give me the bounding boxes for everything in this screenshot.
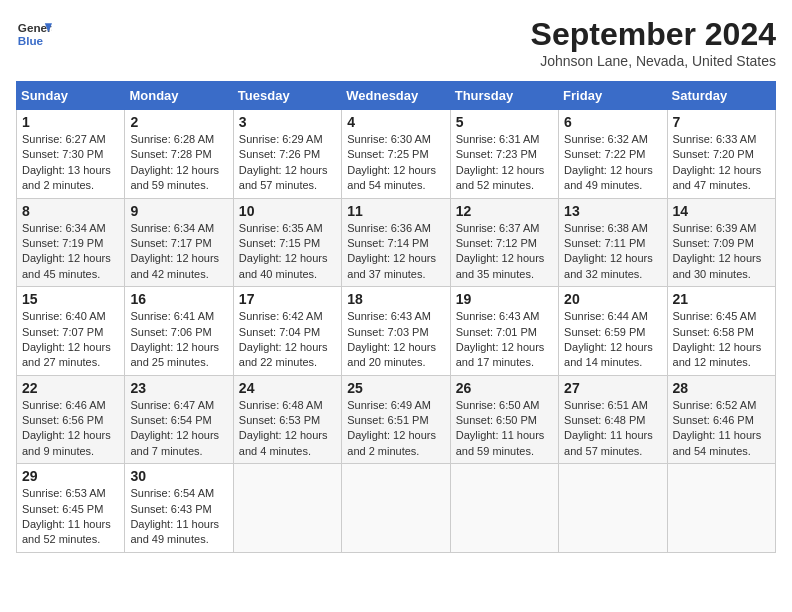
day-number: 15 bbox=[22, 291, 119, 307]
calendar-cell: 6Sunrise: 6:32 AM Sunset: 7:22 PM Daylig… bbox=[559, 110, 667, 199]
day-info: Sunrise: 6:48 AM Sunset: 6:53 PM Dayligh… bbox=[239, 398, 336, 460]
title-block: September 2024 Johnson Lane, Nevada, Uni… bbox=[531, 16, 776, 69]
weekday-friday: Friday bbox=[559, 82, 667, 110]
weekday-tuesday: Tuesday bbox=[233, 82, 341, 110]
day-number: 12 bbox=[456, 203, 553, 219]
weekday-monday: Monday bbox=[125, 82, 233, 110]
day-number: 21 bbox=[673, 291, 770, 307]
day-number: 11 bbox=[347, 203, 444, 219]
day-number: 20 bbox=[564, 291, 661, 307]
day-info: Sunrise: 6:45 AM Sunset: 6:58 PM Dayligh… bbox=[673, 309, 770, 371]
day-number: 7 bbox=[673, 114, 770, 130]
calendar-cell: 2Sunrise: 6:28 AM Sunset: 7:28 PM Daylig… bbox=[125, 110, 233, 199]
day-info: Sunrise: 6:42 AM Sunset: 7:04 PM Dayligh… bbox=[239, 309, 336, 371]
day-number: 2 bbox=[130, 114, 227, 130]
day-info: Sunrise: 6:36 AM Sunset: 7:14 PM Dayligh… bbox=[347, 221, 444, 283]
day-number: 26 bbox=[456, 380, 553, 396]
day-number: 6 bbox=[564, 114, 661, 130]
calendar-week-1: 1Sunrise: 6:27 AM Sunset: 7:30 PM Daylig… bbox=[17, 110, 776, 199]
day-info: Sunrise: 6:40 AM Sunset: 7:07 PM Dayligh… bbox=[22, 309, 119, 371]
calendar-cell: 7Sunrise: 6:33 AM Sunset: 7:20 PM Daylig… bbox=[667, 110, 775, 199]
day-number: 23 bbox=[130, 380, 227, 396]
day-info: Sunrise: 6:47 AM Sunset: 6:54 PM Dayligh… bbox=[130, 398, 227, 460]
day-number: 3 bbox=[239, 114, 336, 130]
day-info: Sunrise: 6:44 AM Sunset: 6:59 PM Dayligh… bbox=[564, 309, 661, 371]
calendar-cell: 20Sunrise: 6:44 AM Sunset: 6:59 PM Dayli… bbox=[559, 287, 667, 376]
calendar-cell: 8Sunrise: 6:34 AM Sunset: 7:19 PM Daylig… bbox=[17, 198, 125, 287]
day-info: Sunrise: 6:33 AM Sunset: 7:20 PM Dayligh… bbox=[673, 132, 770, 194]
day-info: Sunrise: 6:43 AM Sunset: 7:03 PM Dayligh… bbox=[347, 309, 444, 371]
day-number: 13 bbox=[564, 203, 661, 219]
calendar-cell: 21Sunrise: 6:45 AM Sunset: 6:58 PM Dayli… bbox=[667, 287, 775, 376]
logo-icon: General Blue bbox=[16, 16, 52, 52]
calendar-table: SundayMondayTuesdayWednesdayThursdayFrid… bbox=[16, 81, 776, 553]
day-info: Sunrise: 6:31 AM Sunset: 7:23 PM Dayligh… bbox=[456, 132, 553, 194]
day-number: 22 bbox=[22, 380, 119, 396]
calendar-cell bbox=[667, 464, 775, 553]
calendar-cell: 28Sunrise: 6:52 AM Sunset: 6:46 PM Dayli… bbox=[667, 375, 775, 464]
calendar-week-2: 8Sunrise: 6:34 AM Sunset: 7:19 PM Daylig… bbox=[17, 198, 776, 287]
day-number: 14 bbox=[673, 203, 770, 219]
calendar-cell: 9Sunrise: 6:34 AM Sunset: 7:17 PM Daylig… bbox=[125, 198, 233, 287]
calendar-cell: 12Sunrise: 6:37 AM Sunset: 7:12 PM Dayli… bbox=[450, 198, 558, 287]
day-info: Sunrise: 6:28 AM Sunset: 7:28 PM Dayligh… bbox=[130, 132, 227, 194]
calendar-cell: 17Sunrise: 6:42 AM Sunset: 7:04 PM Dayli… bbox=[233, 287, 341, 376]
calendar-cell: 11Sunrise: 6:36 AM Sunset: 7:14 PM Dayli… bbox=[342, 198, 450, 287]
day-info: Sunrise: 6:43 AM Sunset: 7:01 PM Dayligh… bbox=[456, 309, 553, 371]
calendar-week-3: 15Sunrise: 6:40 AM Sunset: 7:07 PM Dayli… bbox=[17, 287, 776, 376]
weekday-saturday: Saturday bbox=[667, 82, 775, 110]
page-header: General Blue September 2024 Johnson Lane… bbox=[16, 16, 776, 69]
day-number: 10 bbox=[239, 203, 336, 219]
day-info: Sunrise: 6:37 AM Sunset: 7:12 PM Dayligh… bbox=[456, 221, 553, 283]
location: Johnson Lane, Nevada, United States bbox=[531, 53, 776, 69]
calendar-cell: 4Sunrise: 6:30 AM Sunset: 7:25 PM Daylig… bbox=[342, 110, 450, 199]
day-info: Sunrise: 6:34 AM Sunset: 7:17 PM Dayligh… bbox=[130, 221, 227, 283]
calendar-cell: 29Sunrise: 6:53 AM Sunset: 6:45 PM Dayli… bbox=[17, 464, 125, 553]
calendar-cell: 22Sunrise: 6:46 AM Sunset: 6:56 PM Dayli… bbox=[17, 375, 125, 464]
calendar-cell: 25Sunrise: 6:49 AM Sunset: 6:51 PM Dayli… bbox=[342, 375, 450, 464]
calendar-cell: 5Sunrise: 6:31 AM Sunset: 7:23 PM Daylig… bbox=[450, 110, 558, 199]
day-info: Sunrise: 6:27 AM Sunset: 7:30 PM Dayligh… bbox=[22, 132, 119, 194]
calendar-week-4: 22Sunrise: 6:46 AM Sunset: 6:56 PM Dayli… bbox=[17, 375, 776, 464]
day-number: 5 bbox=[456, 114, 553, 130]
calendar-cell: 24Sunrise: 6:48 AM Sunset: 6:53 PM Dayli… bbox=[233, 375, 341, 464]
day-info: Sunrise: 6:29 AM Sunset: 7:26 PM Dayligh… bbox=[239, 132, 336, 194]
month-title: September 2024 bbox=[531, 16, 776, 53]
calendar-cell: 3Sunrise: 6:29 AM Sunset: 7:26 PM Daylig… bbox=[233, 110, 341, 199]
logo: General Blue bbox=[16, 16, 52, 52]
day-info: Sunrise: 6:49 AM Sunset: 6:51 PM Dayligh… bbox=[347, 398, 444, 460]
day-info: Sunrise: 6:35 AM Sunset: 7:15 PM Dayligh… bbox=[239, 221, 336, 283]
calendar-cell: 18Sunrise: 6:43 AM Sunset: 7:03 PM Dayli… bbox=[342, 287, 450, 376]
day-number: 29 bbox=[22, 468, 119, 484]
day-number: 16 bbox=[130, 291, 227, 307]
day-info: Sunrise: 6:30 AM Sunset: 7:25 PM Dayligh… bbox=[347, 132, 444, 194]
day-info: Sunrise: 6:38 AM Sunset: 7:11 PM Dayligh… bbox=[564, 221, 661, 283]
day-number: 18 bbox=[347, 291, 444, 307]
day-number: 8 bbox=[22, 203, 119, 219]
day-number: 9 bbox=[130, 203, 227, 219]
day-number: 28 bbox=[673, 380, 770, 396]
day-info: Sunrise: 6:54 AM Sunset: 6:43 PM Dayligh… bbox=[130, 486, 227, 548]
day-info: Sunrise: 6:53 AM Sunset: 6:45 PM Dayligh… bbox=[22, 486, 119, 548]
calendar-cell bbox=[559, 464, 667, 553]
weekday-sunday: Sunday bbox=[17, 82, 125, 110]
calendar-cell: 19Sunrise: 6:43 AM Sunset: 7:01 PM Dayli… bbox=[450, 287, 558, 376]
weekday-wednesday: Wednesday bbox=[342, 82, 450, 110]
weekday-header-row: SundayMondayTuesdayWednesdayThursdayFrid… bbox=[17, 82, 776, 110]
day-number: 1 bbox=[22, 114, 119, 130]
calendar-cell: 23Sunrise: 6:47 AM Sunset: 6:54 PM Dayli… bbox=[125, 375, 233, 464]
calendar-week-5: 29Sunrise: 6:53 AM Sunset: 6:45 PM Dayli… bbox=[17, 464, 776, 553]
day-info: Sunrise: 6:51 AM Sunset: 6:48 PM Dayligh… bbox=[564, 398, 661, 460]
day-number: 27 bbox=[564, 380, 661, 396]
calendar-body: 1Sunrise: 6:27 AM Sunset: 7:30 PM Daylig… bbox=[17, 110, 776, 553]
day-info: Sunrise: 6:52 AM Sunset: 6:46 PM Dayligh… bbox=[673, 398, 770, 460]
calendar-cell bbox=[450, 464, 558, 553]
svg-text:Blue: Blue bbox=[18, 34, 44, 47]
calendar-cell: 26Sunrise: 6:50 AM Sunset: 6:50 PM Dayli… bbox=[450, 375, 558, 464]
calendar-cell: 15Sunrise: 6:40 AM Sunset: 7:07 PM Dayli… bbox=[17, 287, 125, 376]
calendar-cell: 13Sunrise: 6:38 AM Sunset: 7:11 PM Dayli… bbox=[559, 198, 667, 287]
calendar-cell: 14Sunrise: 6:39 AM Sunset: 7:09 PM Dayli… bbox=[667, 198, 775, 287]
day-info: Sunrise: 6:32 AM Sunset: 7:22 PM Dayligh… bbox=[564, 132, 661, 194]
calendar-cell bbox=[233, 464, 341, 553]
day-info: Sunrise: 6:50 AM Sunset: 6:50 PM Dayligh… bbox=[456, 398, 553, 460]
